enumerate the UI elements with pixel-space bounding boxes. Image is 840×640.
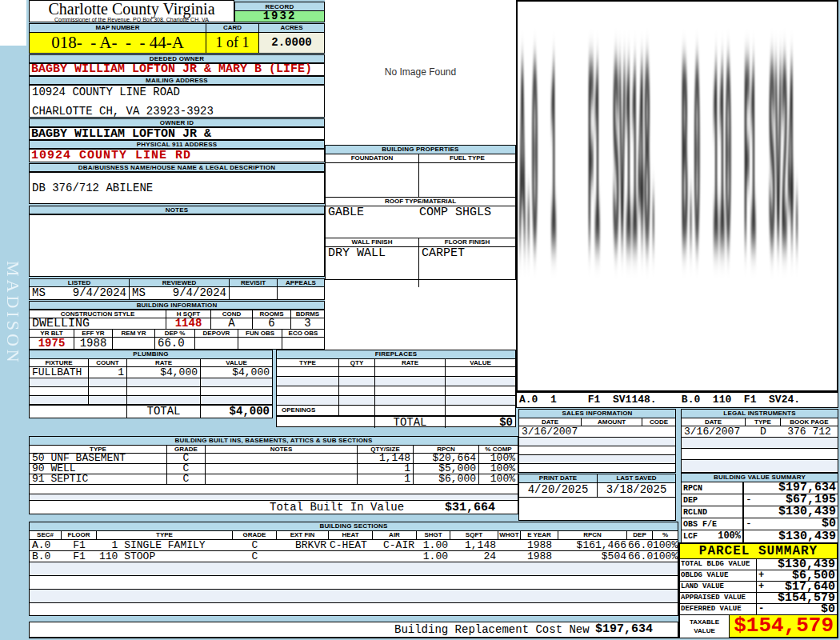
bi-notes <box>206 474 358 484</box>
ps-value: $130,439 <box>778 559 837 570</box>
building-sections-label: BUILDING SECTIONS <box>30 522 678 531</box>
ps-label: APPRAISED VALUE <box>680 593 757 603</box>
floor-finish-value: CARPET <box>419 247 515 287</box>
review-table: LISTED REVIEWED REVISIT APPEALS MS9/4/20… <box>29 278 325 300</box>
whgt-label: WHGT <box>498 531 521 539</box>
value-summary-row: DEP -$67,195 <box>682 494 838 506</box>
vs-value: $130,439 <box>778 506 836 518</box>
mailing-address-label: MAILING ADDRESS <box>29 76 325 85</box>
eyear-value: 1988 <box>521 540 558 550</box>
extfin-label: EXT FIN <box>277 531 329 539</box>
listed-value: MS9/4/2024 <box>30 287 130 299</box>
legal-empty-row <box>682 460 838 471</box>
extfin-value: BRKVR <box>277 540 329 550</box>
rooms-value: 6 <box>253 318 291 330</box>
count-value: 1 <box>89 367 127 378</box>
shgt-value: 1.00 <box>417 540 450 550</box>
parcel-summary: PARCEL SUMMARY TOTAL BLDG VALUE $130,439… <box>678 542 838 638</box>
plumbing-row: FULLBATH 1 $4,000 $4,000 <box>30 367 272 378</box>
depovr-label: DEPOVR <box>195 330 238 337</box>
owner-id-label: OWNER ID <box>29 118 325 127</box>
sales-empty-row <box>519 455 675 464</box>
reviewed-by: MS <box>132 287 146 299</box>
bi-qty: 1 <box>358 474 414 484</box>
fire-type-label: TYPE <box>277 359 339 366</box>
floor-label: FLOOR <box>62 531 97 539</box>
vs-label: DEP <box>683 494 698 506</box>
sales-date-label: DATE <box>519 418 582 426</box>
card-value: 1 of 1 <box>206 33 259 53</box>
legal-bookpage-label: BOOK PAGE <box>781 418 838 426</box>
notes-label: NOTES <box>29 206 325 214</box>
value-label: VALUE <box>201 359 272 366</box>
bi-grade: C <box>167 474 206 484</box>
legal-instruments-label: LEGAL INSTRUMENTS <box>682 410 838 418</box>
vs-op: - <box>746 518 752 530</box>
sec-value: B.0 <box>30 551 62 562</box>
bi-comp: 100% <box>479 454 518 463</box>
vs-label: RCLND <box>683 506 707 518</box>
legal-date: 3/16/2007 <box>682 426 746 437</box>
sketch-label-line: A.0 1 F1 SV1148. B.0 110 F1 SV24. <box>516 392 838 408</box>
value-summary-row: RCLND $130,439 <box>682 506 838 518</box>
value-summary-row: RPCN $197,634 <box>682 482 838 494</box>
mailing-address-box: 10924 COUNTY LINE ROAD CHARLOTTE CH, VA … <box>29 85 325 118</box>
plumbing-label: PLUMBING <box>30 350 272 359</box>
wall-finish-value: DRY WALL <box>326 247 419 287</box>
building-information-label: BUILDING INFORMATION <box>29 301 325 310</box>
vs-label: RPCN <box>683 482 702 494</box>
physical-address-label: PHYSICAL 911 ADDRESS <box>29 140 325 149</box>
bi-grade: C <box>167 454 206 463</box>
building-section-empty-row <box>30 603 678 616</box>
built-ins-row: 91 SEPTIC C 1 $6,000 100% <box>30 474 518 485</box>
roof-material-value: COMP SHGLS <box>419 206 491 238</box>
sales-empty-row <box>519 464 675 472</box>
air-value <box>373 551 417 562</box>
built-ins-empty-row <box>30 485 518 494</box>
eyear-value: 1988 <box>521 551 558 562</box>
value-summary-row: OBS F/E -$0 <box>682 518 838 530</box>
bi-grade: C <box>167 464 206 474</box>
taxable-value-amount: $154,579 <box>730 615 837 638</box>
fireplaces-empty-row <box>277 386 515 396</box>
shgt-label: SHGT <box>417 531 450 539</box>
fireplaces-empty-row <box>277 377 515 386</box>
taxable-value-row: TAXABLE VALUE $154,579 <box>680 615 837 638</box>
empty-cell <box>277 417 375 428</box>
type-label: TYPE <box>97 531 233 539</box>
legal-empty-row <box>682 438 838 449</box>
ps-op: + <box>757 582 768 592</box>
built-ins-table: BUILDING BUILT INS, BASEMENTS, ATTICS & … <box>29 436 518 514</box>
built-ins-row: 50 UNF BASEMENT C 1,148 $20,664 100% <box>30 454 518 464</box>
vs-label: LCF <box>683 530 698 543</box>
funobs-value <box>238 338 282 350</box>
notes-value <box>30 215 324 218</box>
vs-value: $130,439 <box>778 530 836 543</box>
sales-empty-row <box>519 438 675 446</box>
sketch-panel: A.0 1 F1 SV1148. B.0 110 F1 SV24. <box>516 0 838 392</box>
building-section-row: B.0 F1 110 STOOP C 1.00 24 1988 $504 66.… <box>30 551 678 562</box>
empty-cell <box>30 406 127 418</box>
fireplaces-total-label: TOTAL <box>375 417 446 428</box>
floor-value: F1 <box>62 540 97 550</box>
print-info-blank <box>519 498 675 520</box>
replacement-cost-label: Building Replacement Cost New <box>394 622 590 637</box>
legal-date-label: DATE <box>682 418 746 426</box>
fireplaces-empty-row <box>277 367 515 377</box>
bi-qty-label: QTY/SIZE <box>358 446 414 453</box>
fireplaces-empty-row <box>277 396 515 406</box>
fueltype-label: FUEL TYPE <box>419 154 515 162</box>
vs-value: $67,195 <box>786 494 836 506</box>
dep-label: DEP <box>627 531 653 539</box>
cond-value: A <box>211 318 253 330</box>
listed-by: MS <box>32 287 46 299</box>
physical-address-value: 10924 COUNTY LINE RD <box>29 149 325 162</box>
rate-label: RATE <box>127 359 201 366</box>
ps-value: $0 <box>821 604 837 614</box>
reviewed-label: REVIEWED <box>130 279 230 286</box>
cond-label: COND <box>211 310 253 318</box>
bi-rpcn: $6,000 <box>414 474 479 484</box>
remyr-label: REM YR <box>113 330 155 337</box>
effyr-label: EFF YR <box>74 330 113 337</box>
bi-type: 50 UNF BASEMENT <box>30 454 167 463</box>
